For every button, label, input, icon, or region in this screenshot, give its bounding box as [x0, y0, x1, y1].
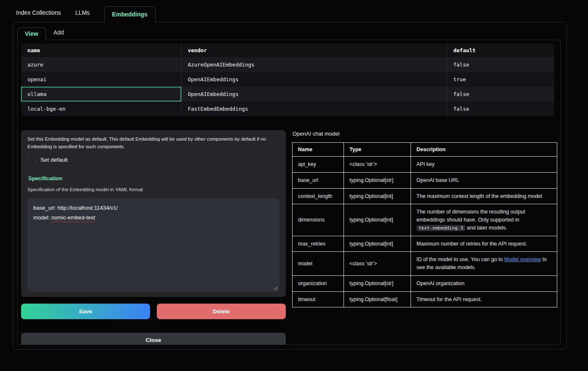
table-cell: AzureOpenAIEmbeddings [181, 57, 447, 72]
yaml-spec-editor[interactable]: base_url: http://localhost:11434/v1/mode… [27, 198, 279, 292]
set-default-label: Set default [40, 157, 68, 163]
specification-caption: Specification of the Embedding model in … [27, 187, 279, 192]
table-cell: ollama [21, 87, 181, 101]
doc-table-row: timeouttyping.Optional[float]Timeout for… [293, 291, 557, 307]
view-tab-content: name vendor default azureAzureOpenAIEmbe… [17, 40, 561, 345]
table-row[interactable]: openaiOpenAIEmbeddingstrue [21, 72, 554, 87]
table-cell: OpenAIEmbeddings [181, 72, 447, 87]
table-cell: openai [21, 72, 181, 87]
doc-cell-type: <class 'str'> [344, 157, 411, 173]
doc-cell-type: typing.Optional[int] [344, 204, 411, 236]
doc-table-row: dimensionstyping.Optional[int]The number… [293, 204, 557, 236]
table-cell: local-bge-en [21, 101, 181, 116]
yaml-content: base_url: http://localhost:11434/v1/mode… [33, 203, 274, 223]
doc-column-description: Description [411, 143, 557, 157]
tab-add[interactable]: Add [49, 29, 68, 40]
close-button[interactable]: Close [21, 333, 286, 345]
doc-cell-type: <class 'str'> [344, 252, 411, 276]
doc-cell-description: Maximum number of retries for the API re… [411, 236, 557, 252]
doc-table: Name Type Description api_key<class 'str… [292, 142, 557, 307]
doc-cell-name: dimensions [293, 204, 344, 236]
table-cell: true [447, 72, 554, 87]
doc-table-row: base_urltyping.Optional[str]OpenAI base … [293, 172, 557, 188]
doc-table-body: api_key<class 'str'>API keybase_urltypin… [293, 157, 557, 307]
yaml-line: base_url: http://localhost:11434/v1/ [33, 203, 274, 213]
doc-cell-type: typing.Optional[float] [344, 291, 411, 307]
doc-cell-name: context_length [293, 188, 344, 204]
doc-cell-description: The maximum context length of the embedd… [411, 188, 557, 204]
code-chip: text-embedding-3 [416, 225, 465, 231]
embeddings-table-header: name vendor default [21, 43, 554, 57]
table-cell: false [447, 87, 554, 101]
table-cell: OpenAIEmbeddings [181, 87, 447, 101]
doc-title: OpenAI chat model [293, 131, 557, 137]
doc-cell-description: The number of dimensions the resulting o… [411, 204, 557, 236]
doc-panel: OpenAI chat model Name Type Description … [292, 130, 557, 345]
detail-card: Set this Embedding model as default. Thi… [21, 130, 286, 297]
doc-column-type: Type [344, 143, 411, 157]
tab-embeddings[interactable]: Embeddings [104, 6, 156, 22]
doc-cell-name: max_retries [293, 236, 344, 252]
column-header-name: name [21, 43, 181, 57]
doc-table-row: organizationtyping.Optional[str]OpenAI o… [293, 275, 557, 291]
embeddings-table: name vendor default azureAzureOpenAIEmbe… [21, 43, 554, 116]
misspelled-word: nomic-embed-text [51, 214, 95, 221]
doc-table-row: context_lengthtyping.Optional[int]The ma… [293, 188, 557, 204]
set-default-row[interactable]: Set default [28, 156, 279, 164]
table-cell: false [447, 101, 554, 116]
doc-cell-type: typing.Optional[int] [344, 188, 411, 204]
doc-cell-name: base_url [293, 172, 344, 188]
table-cell: azure [21, 57, 181, 72]
doc-table-row: model<class 'str'>ID of the model to use… [293, 252, 557, 276]
default-help-text: Set this Embedding model as default. Thi… [27, 136, 279, 151]
doc-cell-name: model [293, 252, 344, 276]
embeddings-panel: View Add name vendor default azureAzureO… [13, 22, 567, 350]
doc-cell-description: OpenAI organization [411, 275, 557, 291]
doc-cell-name: timeout [293, 291, 344, 307]
doc-cell-name: api_key [293, 157, 344, 173]
top-tab-bar: Index Collections LLMs Embeddings [0, 0, 588, 22]
doc-column-name: Name [293, 143, 344, 157]
doc-cell-description: ID of the model to use. You can go to Mo… [411, 252, 557, 276]
set-default-checkbox[interactable] [28, 156, 36, 164]
doc-table-row: max_retriestyping.Optional[int]Maximum n… [293, 236, 557, 252]
model-overview-link[interactable]: Model overview [504, 256, 541, 262]
doc-table-header: Name Type Description [293, 143, 557, 157]
doc-cell-type: typing.Optional[str] [344, 172, 411, 188]
sub-tab-bar: View Add [13, 22, 567, 40]
yaml-line: model: nomic-embed-text [33, 213, 274, 222]
table-row[interactable]: ollamaOpenAIEmbeddingsfalse [21, 87, 554, 101]
doc-table-row: api_key<class 'str'>API key [293, 157, 557, 173]
table-row[interactable]: local-bge-enFastEmbedEmbeddingsfalse [21, 101, 554, 116]
column-header-default: default [447, 43, 554, 57]
doc-cell-description: API key [411, 157, 557, 173]
save-button[interactable]: Save [21, 304, 150, 319]
delete-button[interactable]: Delete [157, 304, 286, 319]
specification-heading: Specification [28, 175, 279, 181]
tab-view[interactable]: View [17, 27, 46, 40]
table-cell: FastEmbedEmbeddings [181, 101, 447, 116]
column-header-vendor: vendor [181, 43, 447, 57]
doc-cell-name: organization [293, 275, 344, 291]
doc-cell-type: typing.Optional[str] [344, 275, 411, 291]
doc-cell-type: typing.Optional[int] [344, 236, 411, 252]
resize-handle[interactable] [273, 286, 277, 290]
detail-form: Set this Embedding model as default. Thi… [21, 130, 286, 345]
doc-cell-description: OpenAI base URL [411, 172, 557, 188]
tab-index-collections[interactable]: Index Collections [13, 9, 64, 22]
embeddings-table-body: azureAzureOpenAIEmbeddingsfalseopenaiOpe… [21, 57, 554, 116]
table-row[interactable]: azureAzureOpenAIEmbeddingsfalse [21, 57, 554, 72]
table-cell: false [447, 57, 554, 72]
tab-llms[interactable]: LLMs [72, 9, 93, 22]
doc-cell-description: Timeout for the API request. [411, 291, 557, 307]
